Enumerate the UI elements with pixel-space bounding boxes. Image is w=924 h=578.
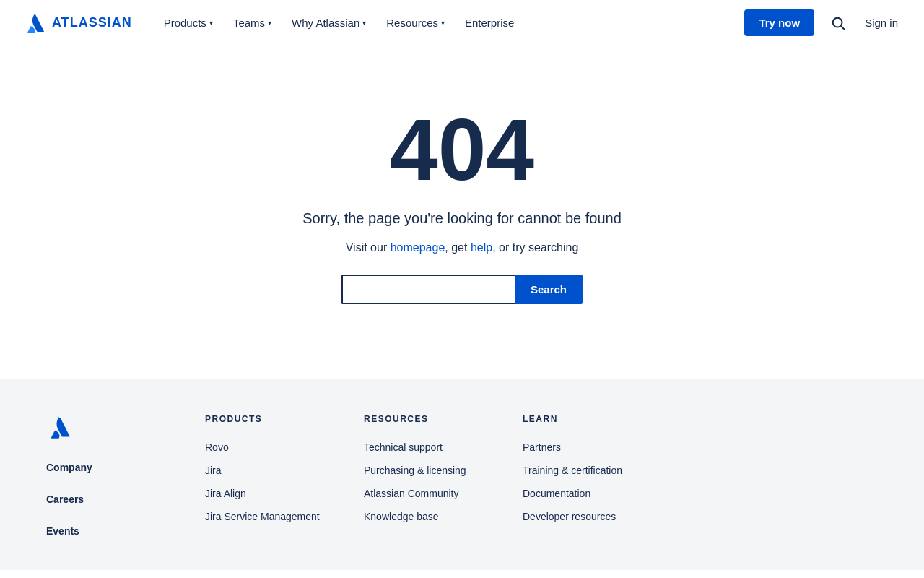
footer-products-col: PRODUCTS Rovo Jira Jira Align Jira Servi…: [205, 414, 364, 541]
nav-enterprise[interactable]: Enterprise: [456, 11, 523, 35]
footer-partners-link[interactable]: Partners: [523, 436, 681, 459]
nav-resources[interactable]: Resources ▾: [378, 11, 453, 35]
footer-jira-align-link[interactable]: Jira Align: [205, 482, 364, 505]
footer-logo-icon: [46, 414, 72, 440]
error-message: Sorry, the page you're looking for canno…: [302, 210, 622, 227]
footer-company-col: Company Careers Events: [46, 414, 205, 541]
footer-grid: Company Careers Events PRODUCTS Rovo Jir…: [46, 414, 840, 541]
nav-why-atlassian[interactable]: Why Atlassian ▾: [283, 11, 375, 35]
atlassian-logo[interactable]: ATLASSIAN: [23, 12, 132, 35]
svg-point-0: [833, 17, 842, 27]
search-form: Search: [341, 275, 583, 304]
footer-resources-col: RESOURCES Technical support Purchasing &…: [364, 414, 523, 541]
footer-developer-link[interactable]: Developer resources: [523, 505, 681, 528]
footer: Company Careers Events PRODUCTS Rovo Jir…: [0, 379, 924, 570]
try-now-button[interactable]: Try now: [744, 9, 814, 36]
chevron-down-icon: ▾: [441, 19, 445, 27]
footer-jira-link[interactable]: Jira: [205, 459, 364, 482]
main-content: 404 Sorry, the page you're looking for c…: [0, 46, 924, 379]
error-sub-text: Visit our homepage, get help, or try sea…: [346, 241, 579, 254]
search-icon: [830, 15, 846, 31]
footer-jira-service-link[interactable]: Jira Service Management: [205, 505, 364, 528]
footer-company-link[interactable]: Company: [46, 457, 176, 478]
footer-community-link[interactable]: Atlassian Community: [364, 482, 523, 505]
footer-learn-title: LEARN: [523, 414, 681, 424]
footer-resources-title: RESOURCES: [364, 414, 523, 424]
main-nav: Products ▾ Teams ▾ Why Atlassian ▾ Resou…: [155, 11, 745, 35]
chevron-down-icon: ▾: [209, 19, 213, 27]
footer-rovo-link[interactable]: Rovo: [205, 436, 364, 459]
svg-line-1: [841, 26, 845, 30]
homepage-link[interactable]: homepage: [391, 241, 445, 254]
nav-products[interactable]: Products ▾: [155, 11, 222, 35]
footer-purchasing-link[interactable]: Purchasing & licensing: [364, 459, 523, 482]
footer-events-link[interactable]: Events: [46, 521, 176, 541]
footer-documentation-link[interactable]: Documentation: [523, 482, 681, 505]
footer-careers-link[interactable]: Careers: [46, 489, 176, 509]
nav-teams[interactable]: Teams ▾: [225, 11, 280, 35]
footer-products-title: PRODUCTS: [205, 414, 364, 424]
footer-knowledge-base-link[interactable]: Knowledge base: [364, 505, 523, 528]
chevron-down-icon: ▾: [268, 19, 271, 27]
header: ATLASSIAN Products ▾ Teams ▾ Why Atlassi…: [0, 0, 924, 46]
chevron-down-icon: ▾: [362, 19, 366, 27]
footer-training-link[interactable]: Training & certification: [523, 459, 681, 482]
error-code: 404: [390, 106, 534, 193]
search-input[interactable]: [341, 275, 515, 304]
search-button[interactable]: Search: [515, 275, 583, 304]
header-actions: Try now Sign in: [744, 9, 901, 36]
footer-technical-support-link[interactable]: Technical support: [364, 436, 523, 459]
sign-in-button[interactable]: Sign in: [862, 11, 901, 35]
search-icon-button[interactable]: [826, 11, 850, 35]
footer-learn-col: LEARN Partners Training & certification …: [523, 414, 681, 541]
atlassian-logo-icon: [23, 12, 46, 35]
atlassian-logo-text: ATLASSIAN: [52, 15, 132, 30]
help-link[interactable]: help: [471, 241, 492, 254]
